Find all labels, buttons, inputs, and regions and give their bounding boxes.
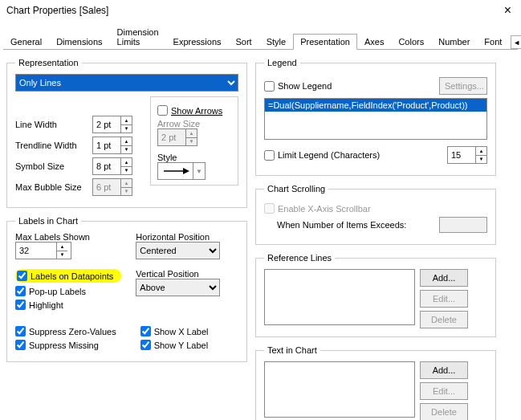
spin-up-icon[interactable]: ▲ [121,158,132,167]
vpos-select[interactable]: Above [136,279,220,296]
show-y-label-check[interactable]: Show Y Label [140,340,209,350]
text-add-button[interactable]: Add... [420,361,468,379]
show-x-label-check[interactable]: Show X Label [140,326,209,336]
representation-group: Representation Only Lines Line Width ▲▼ … [6,58,247,208]
max-bubble-label: Max Bubble Size [15,182,88,192]
text-legend: Text in Chart [264,345,320,355]
spin-up-icon: ▲ [121,179,132,188]
arrow-style-label: Style [157,153,231,162]
legend-group: Legend Show Legend Settings... =Dual(Sup… [255,58,496,176]
svg-marker-1 [183,168,189,174]
max-bubble-input [93,179,120,195]
suppress-missing-check[interactable]: Suppress Missing [15,340,116,350]
trendline-width-input[interactable] [93,137,120,153]
items-exceed-input [439,217,487,233]
highlight-check[interactable]: Highlight [15,300,121,310]
text-edit-button: Edit... [420,382,468,400]
legend-settings-button: Settings... [439,77,487,95]
spin-down-icon[interactable]: ▼ [476,156,486,164]
tab-sort[interactable]: Sort [229,34,259,49]
max-labels-input[interactable] [16,243,56,259]
reference-lines-group: Reference Lines Add... Edit... Delete [255,253,496,337]
show-legend-check[interactable]: Show Legend [264,81,332,92]
tab-dimensions[interactable]: Dimensions [49,34,109,49]
vpos-label: Vertical Position [136,269,220,279]
max-labels-label: Max Labels Shown [15,232,121,242]
line-width-input[interactable] [93,116,120,133]
tab-scroll-left-icon[interactable]: ◄ [511,35,521,49]
suppress-zero-check[interactable]: Suppress Zero-Values [15,326,116,336]
spin-up-icon[interactable]: ▲ [121,116,132,125]
reflines-legend: Reference Lines [264,253,335,263]
tab-expressions[interactable]: Expressions [166,34,229,49]
hpos-label: Horizontal Position [136,232,220,242]
max-bubble-spinner: ▲▼ [92,178,132,196]
enable-x-scrollbar-check: Enable X-Axis Scrollbar [264,203,487,214]
limit-legend-check[interactable]: Limit Legend (Characters) [264,150,380,161]
text-in-chart-group: Text in Chart Add... Edit... Delete [255,345,496,420]
spin-up-icon[interactable]: ▲ [57,243,67,251]
text-listbox[interactable] [264,361,415,418]
line-width-label: Line Width [15,120,88,129]
spin-down-icon[interactable]: ▼ [121,146,132,154]
legend-listbox[interactable]: =Dual(Suppliername,FieldIndex('Product',… [264,98,487,140]
arrow-style-select[interactable]: ▼ [157,162,206,180]
labels-in-chart-group: Labels in Chart Max Labels Shown ▲▼ Labe… [6,216,247,362]
hpos-select[interactable]: Centered [136,242,220,259]
spin-down-icon[interactable]: ▼ [121,167,132,175]
spin-down-icon[interactable]: ▼ [121,125,132,133]
symbol-size-label: Symbol Size [15,161,88,171]
tab-presentation[interactable]: Presentation [293,34,357,50]
arrow-size-input [158,129,185,145]
trendline-width-spinner[interactable]: ▲▼ [92,137,132,154]
symbol-size-spinner[interactable]: ▲▼ [92,157,132,175]
limit-legend-input[interactable] [448,147,475,163]
refline-delete-button: Delete [420,311,468,328]
legend-legend: Legend [264,58,300,67]
scrolling-legend: Chart Scrolling [264,184,328,194]
symbol-size-input[interactable] [93,158,120,174]
close-icon[interactable]: × [501,3,515,18]
limit-legend-spinner[interactable]: ▲▼ [447,146,487,164]
show-arrows-check[interactable]: Show Arrows [157,105,231,116]
labels-legend: Labels in Chart [15,216,81,226]
spin-up-icon[interactable]: ▲ [476,147,486,156]
items-exceed-label: When Number of Items Exceeds: [277,220,406,230]
trendline-width-label: Trendline Width [15,141,88,150]
spin-down-icon: ▼ [186,138,197,146]
representation-select[interactable]: Only Lines [15,74,238,92]
refline-edit-button: Edit... [420,290,468,308]
tab-dimension-limits[interactable]: Dimension Limits [110,24,166,49]
refline-add-button[interactable]: Add... [420,269,468,287]
tab-style[interactable]: Style [259,34,293,49]
chart-scrolling-group: Chart Scrolling Enable X-Axis Scrollbar … [255,184,496,245]
popup-labels-check[interactable]: Pop-up Labels [15,286,121,296]
tab-axes[interactable]: Axes [357,34,391,49]
legend-item[interactable]: =Dual(Suppliername,FieldIndex('Product',… [265,99,486,112]
line-width-spinner[interactable]: ▲▼ [92,116,132,133]
spin-down-icon: ▼ [121,188,132,196]
tab-font[interactable]: Font [477,34,509,49]
max-labels-spinner[interactable]: ▲▼ [15,242,71,259]
chevron-down-icon[interactable]: ▼ [193,163,205,179]
text-delete-button: Delete [420,403,468,420]
window-title: Chart Properties [Sales] [6,5,108,16]
arrow-size-spinner: ▲▼ [157,128,197,146]
spin-down-icon[interactable]: ▼ [57,251,67,259]
reflines-listbox[interactable] [264,269,415,325]
arrow-size-label: Arrow Size [157,119,231,128]
spin-up-icon: ▲ [186,129,197,138]
tab-strip: General Dimensions Dimension Limits Expr… [3,24,518,50]
representation-legend: Representation [15,58,82,67]
tab-number[interactable]: Number [431,34,477,49]
labels-on-datapoints-check[interactable]: Labels on Datapoints [17,271,113,281]
tab-colors[interactable]: Colors [391,34,431,49]
spin-up-icon[interactable]: ▲ [121,137,132,146]
arrow-right-icon [162,167,189,175]
tab-general[interactable]: General [3,34,49,49]
